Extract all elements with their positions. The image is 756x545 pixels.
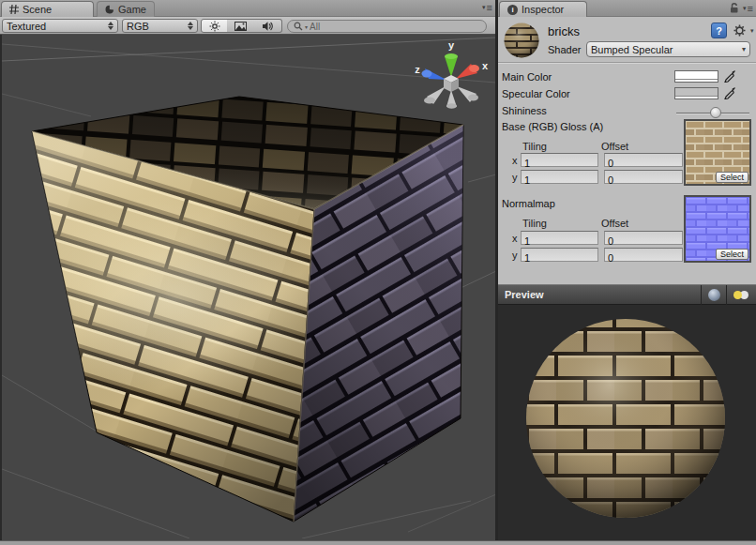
game-icon [105, 5, 114, 14]
eyedropper-icon[interactable] [723, 69, 736, 83]
preview-sphere [498, 305, 756, 540]
render-mode-dropdown[interactable]: Textured [2, 19, 118, 33]
gear-icon [733, 23, 747, 38]
scene-pane: Scene Game ▾≡ Textured RGB [0, 0, 496, 540]
base-offset-y-field[interactable] [604, 170, 683, 184]
sun-icon [209, 21, 220, 32]
svg-text:z: z [415, 64, 420, 75]
base-tiling-x-field[interactable] [521, 153, 598, 167]
shader-label: Shader [548, 44, 581, 55]
normalmap-label: Normalmap [502, 198, 555, 209]
shininess-slider[interactable] [676, 113, 749, 114]
tab-game-label: Game [118, 4, 146, 15]
base-map-label: Base (RGB) Gloss (A) [502, 121, 603, 132]
search-filter-caret-icon[interactable]: ▾ [305, 23, 308, 30]
base-texture-thumbnail[interactable]: Select [684, 119, 751, 186]
tab-scene-label: Scene [23, 4, 52, 15]
search-icon [294, 22, 303, 31]
gizmo-x-axis[interactable]: x [456, 60, 489, 79]
shininess-label: Shininess [502, 105, 547, 116]
base-offset-x-field[interactable] [604, 153, 683, 167]
tab-inspector-label: Inspector [522, 4, 564, 15]
channel-mode-value: RGB [127, 21, 184, 32]
normal-y-label: y [512, 250, 518, 261]
scene-search-field[interactable]: ▾ [287, 20, 487, 33]
tab-game[interactable]: Game [97, 1, 155, 17]
preview-lighting-button[interactable] [727, 285, 755, 305]
scene-orientation-gizmo[interactable]: y x z [411, 38, 493, 113]
base-y-label: y [512, 172, 518, 183]
updown-arrows-icon [188, 22, 193, 30]
inspector-pane: i Inspector ▾≡ [498, 0, 756, 540]
unity-editor-window: Scene Game ▾≡ Textured RGB [0, 0, 756, 545]
lights-icon [729, 285, 753, 305]
material-name: bricks [548, 24, 580, 38]
scene-toolbar: Textured RGB [0, 17, 496, 35]
main-color-label: Main Color [502, 71, 552, 83]
tab-scene[interactable]: Scene [1, 1, 94, 17]
inspector-panel-menu-icon[interactable]: ▾≡ [743, 4, 753, 13]
lock-icon[interactable] [728, 2, 740, 14]
separator [498, 62, 756, 64]
base-tiling-header: Tiling [522, 141, 547, 152]
search-input[interactable] [310, 22, 480, 32]
channel-mode-dropdown[interactable]: RGB [122, 19, 198, 33]
info-icon: i [507, 5, 518, 15]
preview-shape-button[interactable] [702, 285, 726, 305]
specular-color-swatch[interactable] [674, 87, 718, 99]
specular-color-label: Specular Color [502, 88, 570, 99]
preview-title: Preview [505, 289, 544, 300]
skybox-fx-toggle-button[interactable] [227, 19, 254, 33]
preview-header: Preview [498, 284, 756, 305]
shader-dropdown[interactable]: Bumped Specular ▾ [586, 41, 750, 57]
dropdown-caret-icon: ▾ [742, 45, 746, 53]
tab-inspector[interactable]: i Inspector [499, 1, 587, 17]
material-preview-area[interactable]: + [498, 305, 756, 540]
normal-offset-x-field[interactable] [604, 231, 683, 245]
audio-toggle-button[interactable] [253, 19, 282, 33]
normal-offset-y-field[interactable] [604, 248, 683, 262]
base-x-label: x [512, 155, 518, 166]
scene-tabstrip: Scene Game ▾≡ [0, 0, 496, 17]
sphere-icon [708, 289, 720, 301]
scene-panel-menu-icon[interactable]: ▾≡ [482, 3, 492, 12]
scene-viewport[interactable]: y x z [0, 35, 496, 540]
normal-tiling-header: Tiling [522, 218, 547, 229]
image-icon [234, 22, 247, 31]
gear-menu-button[interactable]: ▾ [733, 23, 754, 38]
inspector-tabstrip: i Inspector ▾≡ [498, 0, 756, 17]
render-mode-value: Textured [7, 21, 104, 32]
base-texture-select-button[interactable]: Select [716, 172, 748, 183]
gizmo-center-cube[interactable] [444, 75, 459, 92]
shader-value: Bumped Specular [591, 44, 738, 55]
window-bottom-edge [0, 540, 756, 545]
main-color-swatch[interactable] [674, 70, 718, 83]
base-tiling-y-field[interactable] [521, 170, 598, 184]
normal-x-label: x [512, 233, 518, 244]
shininess-slider-thumb[interactable] [710, 107, 721, 118]
normal-tiling-y-field[interactable] [521, 248, 598, 262]
normal-tiling-x-field[interactable] [521, 231, 598, 245]
gizmo-z-axis[interactable]: z [415, 64, 446, 80]
base-offset-header: Offset [601, 141, 628, 152]
updown-arrows-icon [108, 22, 113, 30]
svg-text:x: x [482, 60, 489, 71]
gizmo-y-axis[interactable]: y [445, 39, 458, 77]
normalmap-select-button[interactable]: Select [716, 249, 748, 260]
speaker-icon [262, 21, 274, 32]
normal-offset-header: Offset [601, 218, 628, 229]
eyedropper-icon[interactable] [723, 86, 736, 99]
svg-text:y: y [448, 39, 455, 51]
scene-grid-icon [9, 5, 19, 14]
material-thumbnail-sphere[interactable] [503, 22, 540, 59]
normalmap-thumbnail[interactable]: Select [684, 195, 751, 263]
help-icon[interactable]: ? [711, 23, 727, 38]
lighting-toggle-button[interactable] [201, 19, 228, 33]
